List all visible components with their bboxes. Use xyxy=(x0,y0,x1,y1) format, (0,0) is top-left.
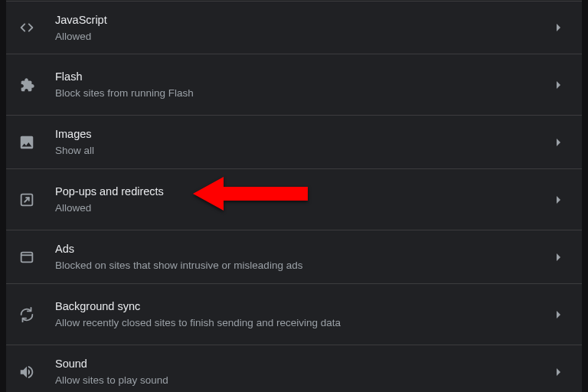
setting-text: Images Show all xyxy=(55,127,551,157)
chevron-right-icon xyxy=(551,368,567,377)
setting-text: JavaScript Allowed xyxy=(55,13,551,43)
setting-row-ads[interactable]: Ads Blocked on sites that show intrusive… xyxy=(6,230,582,284)
setting-text: Ads Blocked on sites that show intrusive… xyxy=(55,242,551,272)
chevron-right-icon xyxy=(551,253,567,262)
setting-row-background-sync[interactable]: Background sync Allow recently closed si… xyxy=(6,284,582,345)
chevron-right-icon xyxy=(551,310,567,319)
chevron-right-icon xyxy=(551,138,567,147)
setting-text: Sound Allow sites to play sound xyxy=(55,357,551,387)
chevron-right-icon xyxy=(551,23,567,32)
setting-row-flash[interactable]: Flash Block sites from running Flash xyxy=(6,54,582,116)
setting-row-images[interactable]: Images Show all xyxy=(6,116,582,169)
setting-subtitle: Allow recently closed sites to finish se… xyxy=(55,316,551,329)
setting-row-javascript[interactable]: JavaScript Allowed xyxy=(6,1,582,54)
setting-row-popups[interactable]: Pop-ups and redirects Allowed xyxy=(6,169,582,230)
chevron-right-icon xyxy=(551,195,567,204)
setting-text: Background sync Allow recently closed si… xyxy=(55,299,551,329)
setting-title: Background sync xyxy=(55,299,551,313)
setting-title: Flash xyxy=(55,70,551,83)
setting-subtitle: Blocked on sites that show intrusive or … xyxy=(55,259,551,272)
setting-subtitle: Block sites from running Flash xyxy=(55,87,551,100)
sound-icon xyxy=(18,364,55,381)
setting-subtitle: Allowed xyxy=(55,201,551,214)
window-icon xyxy=(18,249,55,266)
popup-icon xyxy=(18,191,55,208)
setting-row-sound[interactable]: Sound Allow sites to play sound xyxy=(6,345,582,392)
site-settings-list: JavaScript Allowed Flash Block sites fro… xyxy=(6,0,582,392)
code-icon xyxy=(18,19,55,36)
setting-title: Pop-ups and redirects xyxy=(55,185,551,198)
puzzle-icon xyxy=(18,77,55,93)
image-icon xyxy=(18,134,55,151)
setting-title: Sound xyxy=(55,357,551,371)
svg-rect-1 xyxy=(21,252,33,262)
setting-text: Pop-ups and redirects Allowed xyxy=(55,185,551,214)
setting-title: Images xyxy=(55,127,551,141)
setting-title: Ads xyxy=(55,242,551,256)
setting-subtitle: Show all xyxy=(55,144,551,157)
setting-text: Flash Block sites from running Flash xyxy=(55,70,551,100)
setting-subtitle: Allowed xyxy=(55,30,551,43)
chevron-right-icon xyxy=(551,80,567,90)
setting-subtitle: Allow sites to play sound xyxy=(55,374,551,387)
sync-icon xyxy=(18,306,55,323)
setting-title: JavaScript xyxy=(55,13,551,27)
